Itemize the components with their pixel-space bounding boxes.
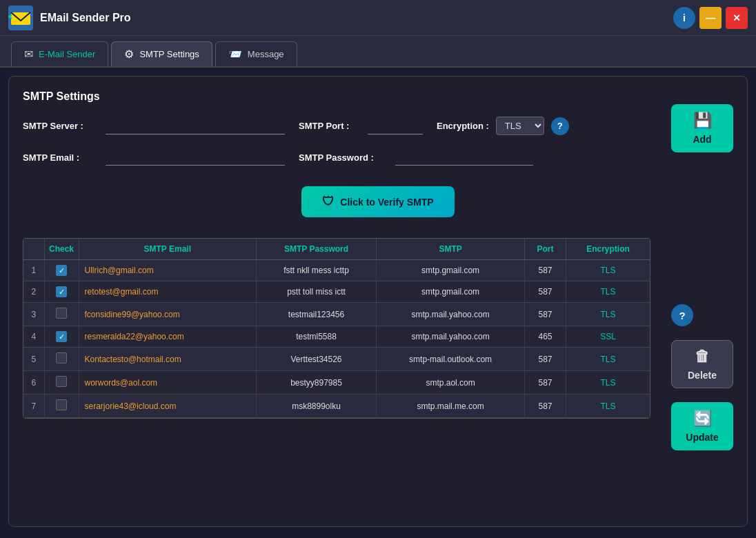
close-button[interactable]: ✕	[726, 7, 748, 29]
row-smtp: smtp.aol.com	[377, 371, 525, 395]
add-icon: 💾	[693, 112, 712, 130]
tab-email-sender[interactable]: ✉ E-Mail Sender	[11, 41, 108, 66]
tab-message[interactable]: 📨 Message	[215, 41, 297, 66]
table-help-button[interactable]: ?	[671, 304, 693, 326]
email-label: SMTP Email :	[23, 152, 92, 163]
message-icon: 📨	[228, 48, 242, 61]
row-smtp: smtp.mail.yahoo.com	[377, 303, 525, 326]
verify-icon: 🛡	[322, 195, 335, 209]
row-smtp: smtp.gmail.com	[377, 281, 525, 303]
row-password: testmail123456	[256, 303, 376, 326]
row-encryption: TLS	[566, 348, 650, 371]
tab-smtp-settings[interactable]: ⚙ SMTP Settings	[111, 41, 212, 66]
smtp-table-container: Check SMTP Email SMTP Password SMTP Port…	[23, 238, 650, 419]
table-row: 4 resmeralda22@yahoo.com testml5588 smtp…	[23, 326, 650, 348]
tab-bar: ✉ E-Mail Sender ⚙ SMTP Settings 📨 Messag…	[0, 36, 756, 68]
smtp-settings-icon: ⚙	[124, 48, 134, 61]
col-password: SMTP Password	[256, 239, 376, 260]
row-check[interactable]	[44, 348, 79, 371]
row-num: 6	[23, 371, 44, 395]
row-port: 587	[525, 281, 566, 303]
row-port: 587	[525, 371, 566, 395]
verify-smtp-button[interactable]: 🛡 Click to Verify SMTP	[301, 186, 454, 217]
row-port: 587	[525, 260, 566, 281]
verify-btn-container: 🛡 Click to Verify SMTP	[23, 179, 733, 231]
table-row: 2 retotest@gmail.com pstt toll miss ictt…	[23, 281, 650, 303]
row-check[interactable]	[44, 281, 79, 303]
update-button[interactable]: 🔄 Update	[671, 402, 733, 450]
tab-smtp-settings-label: SMTP Settings	[139, 49, 199, 59]
row-password: fstt nkll mess icttp	[256, 260, 376, 281]
row-check[interactable]	[44, 303, 79, 326]
form-row-1: SMTP Server : SMTP Port : Encryption : T…	[23, 117, 733, 135]
row-port: 587	[525, 395, 566, 418]
row-encryption: TLS	[566, 303, 650, 326]
encryption-help-button[interactable]: ?	[551, 117, 569, 135]
smtp-email-input[interactable]	[106, 149, 285, 166]
row-check[interactable]	[44, 395, 79, 418]
table-header-row: Check SMTP Email SMTP Password SMTP Port…	[23, 239, 650, 260]
checkbox[interactable]	[56, 352, 67, 363]
row-port: 587	[525, 348, 566, 371]
tab-email-sender-label: E-Mail Sender	[39, 49, 95, 59]
smtp-port-input[interactable]	[368, 118, 423, 134]
row-password: testml5588	[256, 326, 376, 348]
encryption-select[interactable]: TLS SSL None	[496, 117, 544, 135]
smtp-password-input[interactable]	[395, 149, 533, 166]
title-bar: EMail Sender Pro i — ✕	[0, 0, 756, 36]
checkbox[interactable]	[56, 331, 67, 342]
smtp-table: Check SMTP Email SMTP Password SMTP Port…	[23, 239, 650, 418]
row-num: 5	[23, 348, 44, 371]
row-encryption: SSL	[566, 326, 650, 348]
row-check[interactable]	[44, 371, 79, 395]
info-button[interactable]: i	[673, 7, 695, 29]
minimize-button[interactable]: —	[699, 7, 722, 29]
delete-btn-label: Delete	[688, 370, 717, 381]
encryption-section: Encryption : TLS SSL None ?	[437, 117, 569, 135]
add-button[interactable]: 💾 Add	[671, 104, 733, 152]
row-port: 587	[525, 303, 566, 326]
row-smtp: smtp-mail.outlook.com	[377, 348, 525, 371]
col-email: SMTP Email	[79, 239, 256, 260]
row-password: bestyy897985	[256, 371, 376, 395]
col-encryption: Encryption	[566, 239, 650, 260]
row-num: 3	[23, 303, 44, 326]
app-title: EMail Sender Pro	[40, 12, 673, 24]
app-logo	[8, 6, 33, 30]
row-encryption: TLS	[566, 371, 650, 395]
row-email: fconsidine99@yahoo.com	[79, 303, 256, 326]
row-port: 465	[525, 326, 566, 348]
section-title: SMTP Settings	[23, 90, 733, 103]
checkbox[interactable]	[56, 265, 67, 276]
email-sender-icon: ✉	[24, 48, 33, 61]
tab-message-label: Message	[248, 49, 284, 59]
checkbox[interactable]	[56, 399, 67, 410]
row-email: worwords@aol.com	[79, 371, 256, 395]
side-buttons: 💾 Add ? 🗑 Delete 🔄 Update	[671, 104, 733, 450]
table-row: 3 fconsidine99@yahoo.com testmail123456 …	[23, 303, 650, 326]
encryption-label: Encryption :	[437, 121, 489, 131]
form-row-2: SMTP Email : SMTP Password :	[23, 149, 733, 166]
checkbox[interactable]	[56, 286, 67, 297]
row-check[interactable]	[44, 260, 79, 281]
col-smtp: SMTP	[377, 239, 525, 260]
row-email: retotest@gmail.com	[79, 281, 256, 303]
row-password: pstt toll miss ictt	[256, 281, 376, 303]
delete-button[interactable]: 🗑 Delete	[671, 340, 733, 388]
delete-icon: 🗑	[695, 348, 710, 366]
checkbox[interactable]	[56, 376, 67, 387]
row-encryption: TLS	[566, 395, 650, 418]
checkbox[interactable]	[56, 308, 67, 319]
verify-btn-label: Click to Verify SMTP	[340, 197, 433, 208]
window-controls: i — ✕	[673, 7, 748, 29]
table-row: 1 Ullrich@gmail.com fstt nkll mess icttp…	[23, 260, 650, 281]
row-encryption: TLS	[566, 260, 650, 281]
update-btn-label: Update	[686, 432, 718, 443]
row-check[interactable]	[44, 326, 79, 348]
row-num: 2	[23, 281, 44, 303]
row-email: resmeralda22@yahoo.com	[79, 326, 256, 348]
col-port: Port	[525, 239, 566, 260]
update-icon: 🔄	[693, 410, 712, 428]
smtp-server-input[interactable]	[106, 118, 285, 134]
row-email: Kontactesto@hotmail.com	[79, 348, 256, 371]
